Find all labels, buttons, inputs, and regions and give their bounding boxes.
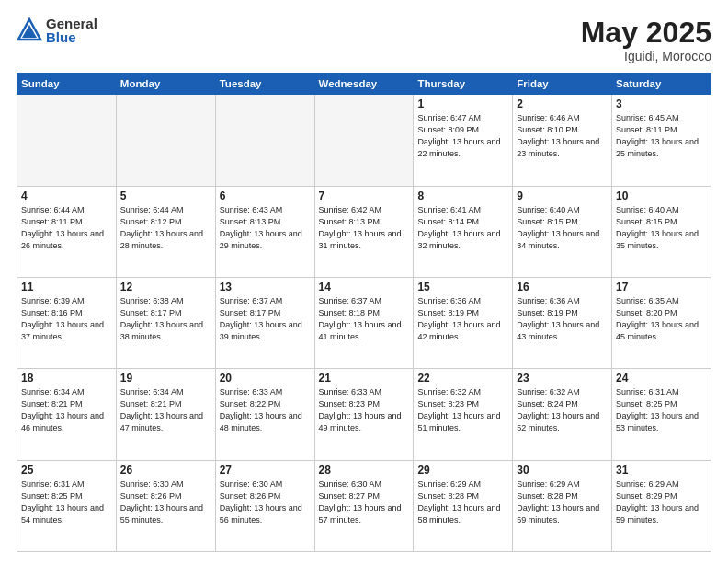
col-thursday: Thursday (414, 74, 513, 95)
table-row: 23 Sunrise: 6:32 AMSunset: 8:24 PMDaylig… (513, 369, 612, 460)
table-row: 14 Sunrise: 6:37 AMSunset: 8:18 PMDaylig… (314, 277, 414, 368)
day-detail: Sunrise: 6:40 AMSunset: 8:15 PMDaylight:… (517, 204, 608, 252)
table-row: 13 Sunrise: 6:37 AMSunset: 8:17 PMDaylig… (215, 277, 314, 368)
day-detail: Sunrise: 6:33 AMSunset: 8:22 PMDaylight:… (220, 386, 311, 434)
day-number: 18 (21, 372, 112, 385)
table-row: 10 Sunrise: 6:40 AMSunset: 8:15 PMDaylig… (612, 186, 711, 277)
day-detail: Sunrise: 6:43 AMSunset: 8:13 PMDaylight:… (220, 204, 311, 252)
day-number: 31 (616, 464, 707, 477)
day-number: 15 (417, 281, 508, 293)
calendar-week-row: 4 Sunrise: 6:44 AMSunset: 8:11 PMDayligh… (17, 186, 711, 277)
calendar-week-row: 18 Sunrise: 6:34 AMSunset: 8:21 PMDaylig… (17, 369, 711, 460)
table-row (17, 95, 117, 186)
title-location: Iguidi, Morocco (581, 49, 711, 63)
day-detail: Sunrise: 6:36 AMSunset: 8:19 PMDaylight:… (517, 295, 608, 343)
day-detail: Sunrise: 6:42 AMSunset: 8:13 PMDaylight:… (319, 204, 410, 252)
day-detail: Sunrise: 6:32 AMSunset: 8:23 PMDaylight:… (417, 386, 508, 434)
day-detail: Sunrise: 6:31 AMSunset: 8:25 PMDaylight:… (616, 386, 707, 434)
day-detail: Sunrise: 6:40 AMSunset: 8:15 PMDaylight:… (616, 204, 707, 252)
day-number: 26 (120, 464, 211, 477)
day-number: 16 (517, 281, 608, 293)
day-detail: Sunrise: 6:35 AMSunset: 8:20 PMDaylight:… (616, 295, 707, 343)
col-saturday: Saturday (612, 74, 711, 95)
table-row: 31 Sunrise: 6:29 AMSunset: 8:29 PMDaylig… (612, 460, 711, 551)
table-row: 7 Sunrise: 6:42 AMSunset: 8:13 PMDayligh… (314, 186, 414, 277)
logo-general: General (46, 17, 97, 30)
logo-icon (17, 17, 42, 43)
col-friday: Friday (513, 74, 612, 95)
table-row: 9 Sunrise: 6:40 AMSunset: 8:15 PMDayligh… (513, 186, 612, 277)
table-row: 3 Sunrise: 6:45 AMSunset: 8:11 PMDayligh… (612, 95, 711, 186)
table-row: 22 Sunrise: 6:32 AMSunset: 8:23 PMDaylig… (414, 369, 513, 460)
header: General Blue May 2025 Iguidi, Morocco (17, 17, 711, 63)
day-number: 24 (616, 372, 707, 385)
table-row: 8 Sunrise: 6:41 AMSunset: 8:14 PMDayligh… (414, 186, 513, 277)
table-row: 11 Sunrise: 6:39 AMSunset: 8:16 PMDaylig… (17, 277, 117, 368)
table-row: 20 Sunrise: 6:33 AMSunset: 8:22 PMDaylig… (215, 369, 314, 460)
day-number: 27 (220, 464, 311, 477)
day-number: 29 (417, 464, 508, 477)
table-row: 27 Sunrise: 6:30 AMSunset: 8:26 PMDaylig… (215, 460, 314, 551)
calendar-week-row: 11 Sunrise: 6:39 AMSunset: 8:16 PMDaylig… (17, 277, 711, 368)
day-number: 28 (319, 464, 410, 477)
day-number: 19 (120, 372, 211, 385)
day-number: 23 (517, 372, 608, 385)
day-number: 12 (120, 281, 211, 293)
table-row: 29 Sunrise: 6:29 AMSunset: 8:28 PMDaylig… (414, 460, 513, 551)
day-detail: Sunrise: 6:30 AMSunset: 8:26 PMDaylight:… (220, 478, 311, 526)
table-row: 19 Sunrise: 6:34 AMSunset: 8:21 PMDaylig… (116, 369, 215, 460)
day-detail: Sunrise: 6:41 AMSunset: 8:14 PMDaylight:… (417, 204, 508, 252)
day-number: 7 (319, 190, 410, 202)
table-row: 28 Sunrise: 6:30 AMSunset: 8:27 PMDaylig… (314, 460, 414, 551)
day-number: 2 (517, 98, 608, 110)
col-monday: Monday (116, 74, 215, 95)
day-number: 21 (319, 372, 410, 385)
day-detail: Sunrise: 6:45 AMSunset: 8:11 PMDaylight:… (616, 112, 707, 160)
col-tuesday: Tuesday (215, 74, 314, 95)
day-number: 5 (120, 190, 211, 202)
calendar-week-row: 25 Sunrise: 6:31 AMSunset: 8:25 PMDaylig… (17, 460, 711, 551)
table-row (215, 95, 314, 186)
table-row: 12 Sunrise: 6:38 AMSunset: 8:17 PMDaylig… (116, 277, 215, 368)
day-detail: Sunrise: 6:29 AMSunset: 8:28 PMDaylight:… (417, 478, 508, 526)
day-number: 25 (21, 464, 112, 477)
day-number: 22 (417, 372, 508, 385)
table-row: 21 Sunrise: 6:33 AMSunset: 8:23 PMDaylig… (314, 369, 414, 460)
table-row: 15 Sunrise: 6:36 AMSunset: 8:19 PMDaylig… (414, 277, 513, 368)
logo-blue: Blue (46, 30, 97, 44)
table-row (116, 95, 215, 186)
day-detail: Sunrise: 6:37 AMSunset: 8:17 PMDaylight:… (220, 295, 311, 343)
day-detail: Sunrise: 6:33 AMSunset: 8:23 PMDaylight:… (319, 386, 410, 434)
table-row: 1 Sunrise: 6:47 AMSunset: 8:09 PMDayligh… (414, 95, 513, 186)
day-detail: Sunrise: 6:46 AMSunset: 8:10 PMDaylight:… (517, 112, 608, 160)
page: General Blue May 2025 Iguidi, Morocco Su… (0, 0, 728, 563)
table-row: 25 Sunrise: 6:31 AMSunset: 8:25 PMDaylig… (17, 460, 117, 551)
day-number: 17 (616, 281, 707, 293)
col-sunday: Sunday (17, 74, 117, 95)
day-number: 14 (319, 281, 410, 293)
calendar-header-row: Sunday Monday Tuesday Wednesday Thursday… (17, 74, 711, 95)
day-detail: Sunrise: 6:34 AMSunset: 8:21 PMDaylight:… (120, 386, 211, 434)
day-detail: Sunrise: 6:36 AMSunset: 8:19 PMDaylight:… (417, 295, 508, 343)
day-detail: Sunrise: 6:32 AMSunset: 8:24 PMDaylight:… (517, 386, 608, 434)
table-row: 16 Sunrise: 6:36 AMSunset: 8:19 PMDaylig… (513, 277, 612, 368)
day-number: 30 (517, 464, 608, 477)
day-detail: Sunrise: 6:38 AMSunset: 8:17 PMDaylight:… (120, 295, 211, 343)
table-row (314, 95, 414, 186)
day-number: 13 (220, 281, 311, 293)
table-row: 18 Sunrise: 6:34 AMSunset: 8:21 PMDaylig… (17, 369, 117, 460)
day-detail: Sunrise: 6:29 AMSunset: 8:28 PMDaylight:… (517, 478, 608, 526)
day-number: 4 (21, 190, 112, 202)
col-wednesday: Wednesday (314, 74, 414, 95)
day-detail: Sunrise: 6:39 AMSunset: 8:16 PMDaylight:… (21, 295, 112, 343)
day-number: 8 (417, 190, 508, 202)
calendar-table: Sunday Monday Tuesday Wednesday Thursday… (17, 73, 711, 552)
day-detail: Sunrise: 6:47 AMSunset: 8:09 PMDaylight:… (417, 112, 508, 160)
day-detail: Sunrise: 6:31 AMSunset: 8:25 PMDaylight:… (21, 478, 112, 526)
day-detail: Sunrise: 6:44 AMSunset: 8:12 PMDaylight:… (120, 204, 211, 252)
day-detail: Sunrise: 6:29 AMSunset: 8:29 PMDaylight:… (616, 478, 707, 526)
day-number: 1 (417, 98, 508, 110)
day-number: 3 (616, 98, 707, 110)
calendar-week-row: 1 Sunrise: 6:47 AMSunset: 8:09 PMDayligh… (17, 95, 711, 186)
day-number: 6 (220, 190, 311, 202)
